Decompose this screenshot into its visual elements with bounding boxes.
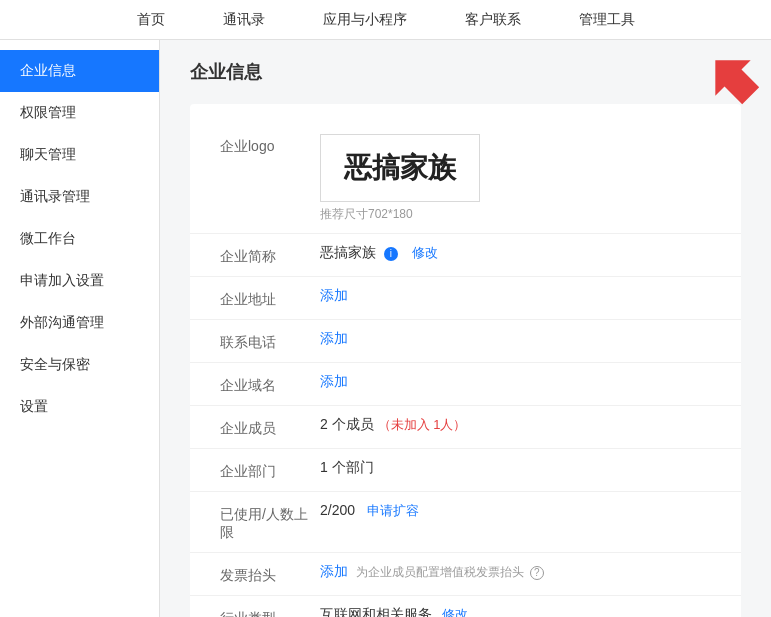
short-name-value: 恶搞家族 i 修改: [320, 244, 711, 262]
invoice-value: 添加 为企业成员配置增值税发票抬头 ?: [320, 563, 711, 581]
domain-label: 企业域名: [220, 373, 320, 395]
question-icon: ?: [530, 566, 544, 580]
sidebar: 企业信息 权限管理 聊天管理 通讯录管理 微工作台 申请加入设置 外部沟通管理 …: [0, 40, 160, 617]
sidebar-item-permissions[interactable]: 权限管理: [0, 92, 159, 134]
members-value: 2 个成员 （未加入 1人）: [320, 416, 711, 434]
invoice-add-link[interactable]: 添加: [320, 563, 348, 579]
nav-admin[interactable]: 管理工具: [575, 11, 639, 29]
address-add-link[interactable]: 添加: [320, 287, 348, 303]
domain-value: 添加: [320, 373, 711, 391]
quota-count: 2/200: [320, 502, 355, 518]
nav-apps[interactable]: 应用与小程序: [319, 11, 411, 29]
domain-add-link[interactable]: 添加: [320, 373, 348, 389]
phone-label: 联系电话: [220, 330, 320, 352]
short-name-text: 恶搞家族: [320, 244, 376, 260]
status-dot: i: [384, 247, 398, 261]
invoice-hint: 为企业成员配置增值税发票抬头: [356, 565, 524, 579]
address-label: 企业地址: [220, 287, 320, 309]
logo-box[interactable]: 恶搞家族: [320, 134, 480, 202]
departments-value: 1 个部门: [320, 459, 711, 477]
industry-modify-link[interactable]: 修改: [442, 607, 468, 617]
invoice-row: 发票抬头 添加 为企业成员配置增值税发票抬头 ?: [190, 553, 741, 596]
address-row: 企业地址 添加: [190, 277, 741, 320]
logo-company-name: 恶搞家族: [344, 149, 456, 187]
short-name-modify-link[interactable]: 修改: [412, 245, 438, 260]
logo-label: 企业logo: [220, 134, 320, 156]
phone-value: 添加: [320, 330, 711, 348]
industry-value: 互联网和相关服务 修改: [320, 606, 711, 617]
departments-row: 企业部门 1 个部门: [190, 449, 741, 492]
nav-menu: 首页 通讯录 应用与小程序 客户联系 管理工具: [133, 11, 639, 29]
top-navigation: 首页 通讯录 应用与小程序 客户联系 管理工具: [0, 0, 771, 40]
phone-add-link[interactable]: 添加: [320, 330, 348, 346]
address-value: 添加: [320, 287, 711, 305]
sidebar-item-micro-workbench[interactable]: 微工作台: [0, 218, 159, 260]
departments-count: 1 个部门: [320, 459, 374, 475]
members-label: 企业成员: [220, 416, 320, 438]
sidebar-item-chat-mgmt[interactable]: 聊天管理: [0, 134, 159, 176]
nav-customer[interactable]: 客户联系: [461, 11, 525, 29]
short-name-row: 企业简称 恶搞家族 i 修改: [190, 234, 741, 277]
members-pending: （未加入 1人）: [378, 417, 467, 432]
nav-home[interactable]: 首页: [133, 11, 169, 29]
sidebar-item-contacts-mgmt[interactable]: 通讯录管理: [0, 176, 159, 218]
sidebar-item-apply-join[interactable]: 申请加入设置: [0, 260, 159, 302]
sidebar-item-company-info[interactable]: 企业信息: [0, 50, 159, 92]
quota-value: 2/200 申请扩容: [320, 502, 711, 520]
sidebar-item-security[interactable]: 安全与保密: [0, 344, 159, 386]
page-title: 企业信息: [190, 60, 741, 84]
quota-row: 已使用/人数上限 2/200 申请扩容: [190, 492, 741, 553]
industry-row: 行业类型 互联网和相关服务 修改: [190, 596, 741, 617]
logo-value: 恶搞家族 推荐尺寸702*180: [320, 134, 711, 223]
phone-row: 联系电话 添加: [190, 320, 741, 363]
industry-text: 互联网和相关服务: [320, 606, 432, 617]
short-name-label: 企业简称: [220, 244, 320, 266]
departments-label: 企业部门: [220, 459, 320, 481]
logo-hint: 推荐尺寸702*180: [320, 206, 711, 223]
domain-row: 企业域名 添加: [190, 363, 741, 406]
quota-apply-link[interactable]: 申请扩容: [367, 503, 419, 518]
sidebar-item-settings[interactable]: 设置: [0, 386, 159, 428]
members-count: 2 个成员: [320, 416, 374, 432]
quota-label: 已使用/人数上限: [220, 502, 320, 542]
info-section: 企业logo 恶搞家族 推荐尺寸702*180 企业简称 恶搞家族 i 修改: [190, 104, 741, 617]
nav-contacts[interactable]: 通讯录: [219, 11, 269, 29]
logo-row: 企业logo 恶搞家族 推荐尺寸702*180: [190, 124, 741, 234]
sidebar-item-external-comm[interactable]: 外部沟通管理: [0, 302, 159, 344]
invoice-label: 发票抬头: [220, 563, 320, 585]
industry-label: 行业类型: [220, 606, 320, 617]
members-row: 企业成员 2 个成员 （未加入 1人）: [190, 406, 741, 449]
main-content: 企业信息 企业logo 恶搞家族 推荐尺寸702*180 企业简称 恶搞家族 i: [160, 40, 771, 617]
main-layout: 企业信息 权限管理 聊天管理 通讯录管理 微工作台 申请加入设置 外部沟通管理 …: [0, 40, 771, 617]
